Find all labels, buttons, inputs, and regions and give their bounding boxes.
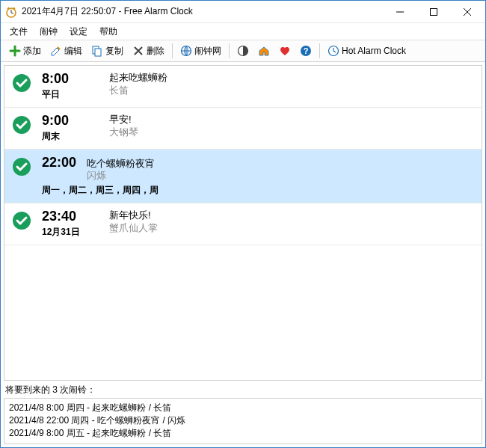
- content-area: 8:00 平日 起来吃螺蛳粉 长笛 9:00 周末 早安! 大钢琴: [1, 62, 485, 447]
- menu-file[interactable]: 文件: [4, 24, 34, 40]
- delete-label: 删除: [147, 45, 164, 58]
- copy-label: 复制: [105, 45, 123, 58]
- alarm-title: 早安!: [109, 114, 474, 126]
- menu-help[interactable]: 帮助: [93, 24, 123, 40]
- alarm-item-selected[interactable]: 22:00 吃个螺蛳粉夜宵 闪烁 周一，周二，周三，周四，周: [4, 150, 482, 204]
- help-button[interactable]: ?: [296, 43, 316, 59]
- alarm-time: 9:00: [42, 114, 109, 129]
- alarm-time: 22:00: [42, 156, 76, 171]
- plus-icon: [9, 45, 21, 57]
- alarm-days: 12月31日: [42, 226, 109, 239]
- upcoming-label: 将要到来的 3 次闹铃：: [4, 381, 482, 398]
- alarm-days: 周末: [42, 130, 109, 143]
- close-button[interactable]: [450, 1, 484, 22]
- check-icon[interactable]: [12, 211, 31, 230]
- check-icon[interactable]: [12, 73, 31, 93]
- delete-button[interactable]: 删除: [129, 43, 168, 60]
- alarm-time: 8:00: [42, 72, 109, 87]
- heart-icon: [279, 45, 291, 57]
- alarm-days: 平日: [42, 88, 109, 101]
- alarm-sound: 长笛: [109, 85, 474, 97]
- hot-label: Hot Alarm Clock: [342, 46, 406, 56]
- home-icon: [258, 45, 270, 57]
- pencil-icon: [50, 45, 62, 57]
- upcoming-box[interactable]: 2021/4/8 8:00 周四 - 起来吃螺蛳粉 / 长笛 2021/4/8 …: [4, 398, 482, 444]
- contrast-icon: [237, 45, 249, 57]
- home-button[interactable]: [254, 43, 274, 59]
- svg-rect-3: [95, 49, 101, 56]
- question-icon: ?: [300, 45, 312, 57]
- menu-alarm[interactable]: 闹钟: [34, 24, 64, 40]
- alarm-sound: 闪烁: [87, 170, 155, 182]
- toolbar-separator: [172, 43, 173, 58]
- contrast-button[interactable]: [233, 43, 253, 59]
- x-icon: [132, 45, 144, 57]
- check-icon[interactable]: [12, 115, 31, 135]
- alarm-sound: 蟹爪仙人掌: [109, 222, 474, 235]
- upcoming-item: 2021/4/8 22:00 周四 - 吃个螺蛳粉夜宵 / 闪烁: [9, 414, 477, 427]
- website-label: 闹钟网: [194, 45, 221, 58]
- globe-icon: [180, 45, 192, 57]
- hot-alarm-button[interactable]: Hot Alarm Clock: [324, 43, 410, 59]
- minimize-button[interactable]: [383, 1, 416, 22]
- titlebar: 2021年4月7日 22:50:07 - Free Alarm Clock: [1, 1, 485, 23]
- window-controls: [383, 1, 484, 22]
- maximize-button[interactable]: [416, 1, 450, 22]
- app-window: 2021年4月7日 22:50:07 - Free Alarm Clock 文件…: [0, 0, 486, 448]
- add-button[interactable]: 添加: [5, 43, 45, 60]
- alarm-sound: 大钢琴: [109, 126, 474, 139]
- menubar: 文件 闹钟 设定 帮助: [1, 23, 485, 40]
- alarm-title: 吃个螺蛳粉夜宵: [87, 158, 155, 171]
- heart-button[interactable]: [275, 43, 295, 59]
- alarm-time: 23:40: [42, 209, 109, 224]
- edit-label: 编辑: [64, 45, 82, 58]
- upcoming-item: 2021/4/9 8:00 周五 - 起来吃螺蛳粉 / 长笛: [9, 427, 477, 440]
- svg-rect-1: [430, 8, 437, 15]
- window-title: 2021年4月7日 22:50:07 - Free Alarm Clock: [22, 5, 383, 18]
- copy-icon: [91, 45, 103, 57]
- clock-icon: [327, 45, 339, 57]
- alarm-item[interactable]: 9:00 周末 早安! 大钢琴: [4, 108, 482, 150]
- toolbar: 添加 编辑 复制 删除 闹钟网 ?: [1, 40, 485, 62]
- alarm-list[interactable]: 8:00 平日 起来吃螺蛳粉 长笛 9:00 周末 早安! 大钢琴: [4, 65, 482, 381]
- copy-button[interactable]: 复制: [87, 43, 127, 60]
- alarm-title: 新年快乐!: [109, 209, 474, 222]
- app-icon: [5, 6, 17, 18]
- alarm-title: 起来吃螺蛳粉: [109, 72, 474, 85]
- check-icon[interactable]: [12, 157, 31, 177]
- menu-settings[interactable]: 设定: [64, 24, 93, 40]
- edit-button[interactable]: 编辑: [46, 43, 86, 60]
- alarm-item[interactable]: 23:40 12月31日 新年快乐! 蟹爪仙人掌: [4, 203, 482, 245]
- upcoming-item: 2021/4/8 8:00 周四 - 起来吃螺蛳粉 / 长笛: [9, 402, 477, 414]
- svg-text:?: ?: [304, 46, 309, 55]
- alarm-item[interactable]: 8:00 平日 起来吃螺蛳粉 长笛: [4, 66, 482, 108]
- toolbar-separator: [319, 43, 320, 58]
- add-label: 添加: [23, 45, 41, 58]
- toolbar-separator: [229, 43, 230, 58]
- website-button[interactable]: 闹钟网: [176, 43, 225, 60]
- alarm-days: 周一，周二，周三，周四，周: [42, 184, 159, 197]
